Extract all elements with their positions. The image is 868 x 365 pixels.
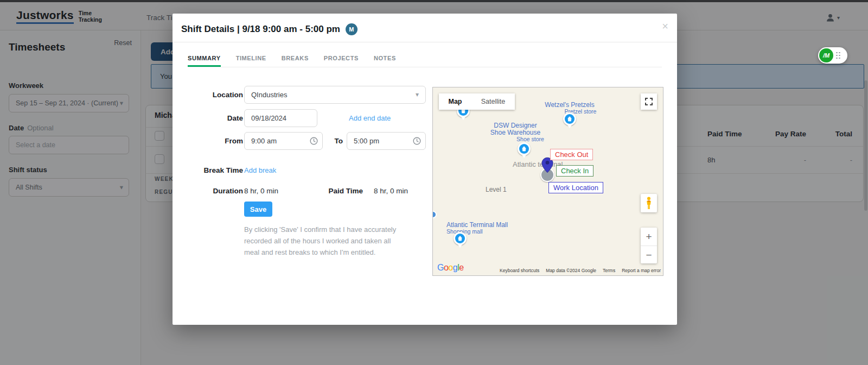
map-type-control: Map Satellite [439, 93, 515, 110]
date-label: Date [183, 109, 243, 127]
pegman-icon [645, 197, 653, 210]
store-pin-icon[interactable] [518, 142, 531, 159]
divider [173, 42, 677, 42]
duration-value: 8 hr, 0 min [244, 182, 278, 200]
add-break-link[interactable]: Add break [244, 161, 276, 179]
add-end-date-link[interactable]: Add end date [349, 109, 391, 127]
clock-icon[interactable] [310, 137, 318, 145]
location-select[interactable]: QIndustries ▾ [244, 86, 426, 104]
modal-tabs: SUMMARY TIMELINE BREAKS PROJECTS NOTES [188, 55, 662, 67]
from-label: From [183, 132, 243, 150]
fullscreen-icon [645, 98, 653, 105]
work-location-tag: Work Location [548, 182, 603, 193]
terminal-label: Atlantic terminal [513, 160, 563, 168]
map-data-label: Map data ©2024 Google [546, 268, 596, 273]
pegman-control[interactable] [641, 194, 657, 212]
paid-time-label: Paid Time [301, 182, 363, 200]
map-button[interactable]: Map [439, 93, 471, 110]
store-pin-icon[interactable] [454, 232, 467, 248]
map-canvas[interactable]: Map Satellite Wetzel's Pretzels Pretzel … [432, 87, 663, 276]
save-disclaimer: By clicking 'Save' I confirm that I have… [244, 224, 396, 258]
drag-handle-icon[interactable] [836, 52, 840, 59]
report-map-error-link[interactable]: Report a map error [622, 268, 661, 273]
satellite-button[interactable]: Satellite [471, 93, 515, 110]
zoom-in-button[interactable]: + [641, 228, 657, 246]
extension-badge[interactable]: /M [818, 47, 847, 64]
fullscreen-button[interactable] [641, 93, 657, 110]
google-logo[interactable]: Google [437, 263, 464, 273]
modal-title: Shift Details | 9/18 9:00 am - 5:00 pm [181, 24, 340, 35]
zoom-control: + − [641, 228, 657, 263]
clipped-marker-icon [432, 211, 437, 218]
tab-projects[interactable]: PROJECTS [324, 55, 359, 67]
chevron-down-icon: ▾ [416, 86, 419, 103]
map-attribution: Keyboard shortcuts Map data ©2024 Google… [500, 268, 661, 273]
location-label: Location [183, 86, 243, 104]
paid-time-value: 8 hr, 0 min [374, 182, 408, 200]
modal-title-row: Shift Details | 9/18 9:00 am - 5:00 pm M [181, 23, 358, 35]
check-in-tag: Check In [556, 165, 593, 177]
level-label: Level 1 [486, 186, 507, 193]
check-out-tag: Check Out [550, 149, 593, 160]
duration-label: Duration [183, 182, 243, 200]
avatar: M [346, 23, 358, 35]
date-input[interactable] [245, 110, 317, 127]
keyboard-shortcuts-link[interactable]: Keyboard shortcuts [500, 268, 539, 273]
shift-details-modal: Shift Details | 9/18 9:00 am - 5:00 pm M… [173, 14, 677, 325]
tab-notes[interactable]: NOTES [374, 55, 396, 67]
place-label[interactable]: DSW Designer Shoe Warehouse Shoe store [469, 122, 561, 143]
tab-summary[interactable]: SUMMARY [188, 55, 221, 67]
zoom-out-button[interactable]: − [641, 246, 657, 264]
to-label: To [328, 132, 343, 150]
terms-link[interactable]: Terms [603, 268, 615, 273]
to-time-wrap [347, 132, 426, 150]
extension-logo-icon: /M [819, 48, 833, 62]
tab-timeline[interactable]: TIMELINE [236, 55, 266, 67]
store-pin-icon[interactable] [563, 112, 576, 129]
app-root: Justworks Time Tracking Track Time Times… [0, 0, 868, 365]
break-time-label: Break Time [183, 161, 243, 179]
save-button[interactable]: Save [244, 202, 272, 217]
close-icon[interactable]: × [662, 20, 668, 33]
date-input-wrap [244, 109, 317, 127]
from-time-wrap [244, 132, 323, 150]
tab-breaks[interactable]: BREAKS [282, 55, 309, 67]
clock-icon[interactable] [413, 137, 421, 145]
